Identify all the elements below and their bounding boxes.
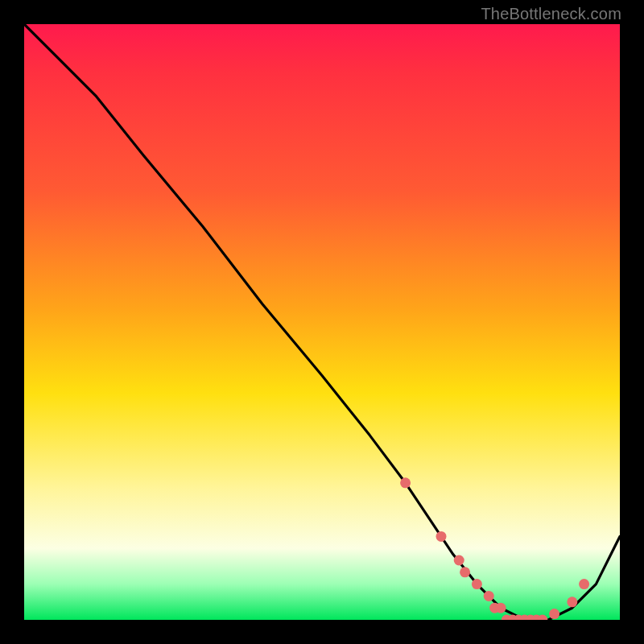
watermark-text: TheBottleneck.com xyxy=(481,5,621,23)
plot-area xyxy=(24,24,620,620)
chart-stage: TheBottleneck.com xyxy=(0,0,644,644)
